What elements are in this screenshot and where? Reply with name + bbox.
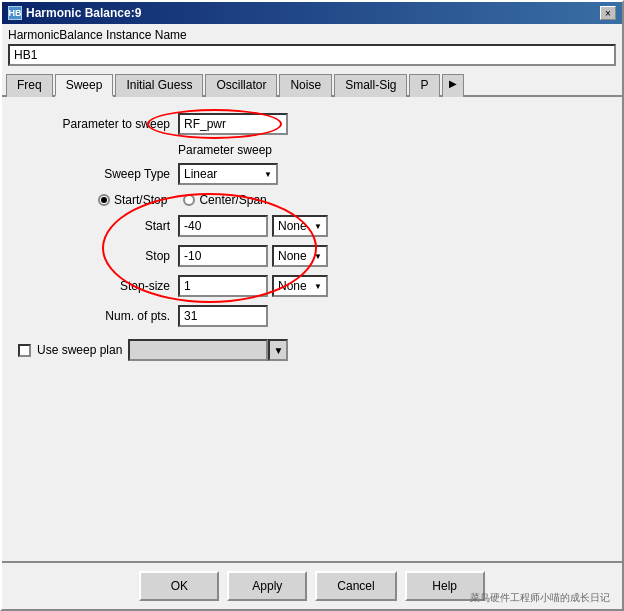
use-sweep-plan-label: Use sweep plan bbox=[37, 343, 122, 357]
use-sweep-plan-checkbox[interactable] bbox=[18, 344, 31, 357]
tab-freq[interactable]: Freq bbox=[6, 74, 53, 97]
footer: OK Apply Cancel Help 菜鸟硬件工程师小喵的成长日记 bbox=[2, 561, 622, 609]
tab-noise[interactable]: Noise bbox=[279, 74, 332, 97]
sweep-plan-input[interactable] bbox=[128, 339, 268, 361]
content-area: Parameter to sweep Parameter sweep Sweep… bbox=[2, 97, 622, 561]
tab-oscillator[interactable]: Oscillator bbox=[205, 74, 277, 97]
apply-button[interactable]: Apply bbox=[227, 571, 307, 601]
radio-center-span-label: Center/Span bbox=[199, 193, 266, 207]
start-input[interactable] bbox=[178, 215, 268, 237]
window-icon: HB bbox=[8, 6, 22, 20]
param-sweep-label: Parameter to sweep bbox=[18, 117, 178, 131]
radio-start-stop-btn[interactable] bbox=[98, 194, 110, 206]
radio-row: Start/Stop Center/Span bbox=[98, 193, 606, 207]
stop-row: Stop None ▼ bbox=[18, 245, 606, 267]
sweep-type-row: Sweep Type Linear ▼ bbox=[18, 163, 606, 185]
tab-next-button[interactable]: ▶ bbox=[442, 74, 464, 97]
param-sweep-input[interactable] bbox=[178, 113, 288, 135]
step-size-row: Step-size None ▼ bbox=[18, 275, 606, 297]
num-pts-row: Num. of pts. bbox=[18, 305, 606, 327]
window-title: Harmonic Balance:9 bbox=[26, 6, 141, 20]
step-unit-select[interactable]: None ▼ bbox=[272, 275, 328, 297]
title-bar-left: HB Harmonic Balance:9 bbox=[8, 6, 141, 20]
start-label: Start bbox=[18, 219, 178, 233]
title-buttons: × bbox=[600, 6, 616, 20]
tab-bar: Freq Sweep Initial Guess Oscillator Nois… bbox=[2, 72, 622, 97]
radio-center-span[interactable]: Center/Span bbox=[183, 193, 266, 207]
sweep-type-arrow: ▼ bbox=[264, 170, 272, 179]
step-size-input[interactable] bbox=[178, 275, 268, 297]
radio-start-stop-label: Start/Stop bbox=[114, 193, 167, 207]
num-pts-input[interactable] bbox=[178, 305, 268, 327]
ok-button[interactable]: OK bbox=[139, 571, 219, 601]
instance-name-label: HarmonicBalance Instance Name bbox=[2, 24, 622, 44]
tab-initial-guess[interactable]: Initial Guess bbox=[115, 74, 203, 97]
instance-name-input[interactable] bbox=[8, 44, 616, 66]
watermark-text: 菜鸟硬件工程师小喵的成长日记 bbox=[470, 591, 610, 605]
step-size-label: Step-size bbox=[18, 279, 178, 293]
param-sweep-section-label: Parameter sweep bbox=[178, 143, 606, 157]
main-window: HB Harmonic Balance:9 × HarmonicBalance … bbox=[0, 0, 624, 611]
stop-label: Stop bbox=[18, 249, 178, 263]
stop-unit-select[interactable]: None ▼ bbox=[272, 245, 328, 267]
sweep-type-label: Sweep Type bbox=[18, 167, 178, 181]
sweep-plan-row: Use sweep plan ▼ bbox=[18, 339, 606, 361]
num-pts-label: Num. of pts. bbox=[18, 309, 178, 323]
tab-p[interactable]: P bbox=[409, 74, 439, 97]
stop-input[interactable] bbox=[178, 245, 268, 267]
tab-small-sig[interactable]: Small-Sig bbox=[334, 74, 407, 97]
title-bar: HB Harmonic Balance:9 × bbox=[2, 2, 622, 24]
start-unit-select[interactable]: None ▼ bbox=[272, 215, 328, 237]
close-button[interactable]: × bbox=[600, 6, 616, 20]
param-sweep-row: Parameter to sweep bbox=[18, 113, 606, 135]
tab-sweep[interactable]: Sweep bbox=[55, 74, 114, 97]
start-row: Start None ▼ bbox=[18, 215, 606, 237]
cancel-button[interactable]: Cancel bbox=[315, 571, 396, 601]
radio-center-span-btn[interactable] bbox=[183, 194, 195, 206]
step-unit-arrow: ▼ bbox=[314, 282, 322, 291]
start-unit-arrow: ▼ bbox=[314, 222, 322, 231]
radio-start-stop[interactable]: Start/Stop bbox=[98, 193, 167, 207]
sweep-plan-dropdown-arrow[interactable]: ▼ bbox=[268, 339, 288, 361]
stop-unit-arrow: ▼ bbox=[314, 252, 322, 261]
sweep-type-select[interactable]: Linear ▼ bbox=[178, 163, 278, 185]
